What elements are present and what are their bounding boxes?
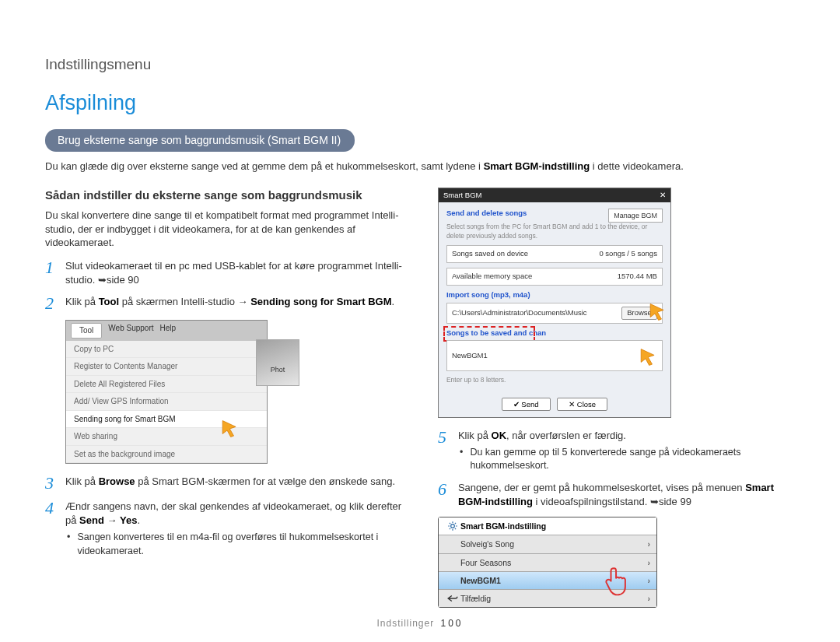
text: i videoafspilningstilstand. ➥side 99 (533, 496, 691, 507)
pointer-icon (219, 419, 239, 442)
dialog-titlebar: Smart BGM ✕ (439, 188, 670, 203)
intro-text: Du kan glæde dig over eksterne sange ved… (45, 160, 484, 172)
close-icon[interactable]: ✕ (660, 191, 666, 201)
dialog-info-row: Available memory space 1570.44 MB (446, 268, 663, 286)
chevron-right-icon: › (647, 575, 650, 586)
step-text: Klik på OK, når overførslen er færdig. •… (458, 429, 795, 473)
menu-item[interactable]: Delete All Registered Files (66, 376, 267, 394)
bullet: • Sangen konverteres til en m4a-fil og o… (65, 531, 410, 558)
page-footer: Indstillinger 100 (0, 617, 840, 630)
send-button[interactable]: ✔ Send (502, 398, 551, 411)
manage-bgm-button[interactable]: Manage BGM (608, 209, 663, 223)
intro-bold: Smart BGM-indstilling (484, 160, 590, 172)
text: , når overførslen er færdig. (506, 430, 626, 441)
text: → (104, 514, 120, 526)
bold: Tool (99, 296, 119, 307)
label: Close (577, 400, 596, 409)
step-number: 6 (438, 481, 450, 509)
dialog-info-row: Songs saved on device 0 songs / 5 songs (446, 245, 663, 263)
text: . (138, 514, 141, 526)
step-text: Klik på Tool på skærmen Intelli-studio →… (65, 295, 410, 312)
figure-smartbgm-dialog: Smart BGM ✕ Send and delete songs Manage… (438, 188, 671, 418)
step-3: 3 Klik på Browse på Smart BGM-skærmen fo… (45, 475, 410, 492)
step-number: 1 (45, 259, 58, 287)
label: Solveig's Song (460, 539, 514, 549)
bold: OK (492, 430, 507, 441)
bullet: • Du kan gemme op til 5 konverterede san… (458, 446, 795, 473)
bold: Browse (99, 475, 135, 487)
step-2: 2 Klik på Tool på skærmen Intelli-studio… (45, 295, 410, 312)
bullet-dot-icon: • (460, 446, 464, 473)
topic-pill: Brug eksterne sange som baggrundsmusik (… (45, 129, 355, 152)
menu-item[interactable]: Register to Contents Manager (66, 358, 267, 376)
text: på Smart BGM-skærmen for at vælge den øn… (135, 475, 396, 487)
value: 0 songs / 5 songs (599, 249, 656, 259)
cam-menu-title: Smart BGM-indstilling (460, 521, 546, 531)
hint-text: Enter up to 8 letters. (446, 376, 663, 384)
toolbar-item-help[interactable]: Help (160, 323, 177, 339)
page-number: 100 (441, 618, 464, 629)
bullet-dot-icon: • (67, 531, 71, 558)
pointer-icon (646, 302, 667, 325)
chevron-right-icon: › (647, 593, 650, 604)
figure-camcorder-menu: Smart BGM-indstilling Solveig's Song› Fo… (438, 517, 657, 608)
label: Tilfældig (460, 593, 491, 604)
footer-section: Indstillinger (376, 618, 434, 629)
toolbar-item-tool[interactable]: Tool (71, 323, 102, 339)
menu-item[interactable]: Copy to PC (66, 341, 267, 359)
step-number: 5 (438, 429, 450, 473)
step-1: 1 Slut videokameraet til en pc med USB-k… (45, 259, 410, 287)
cam-menu-header: Smart BGM-indstilling (439, 517, 656, 535)
toolbar-item-websupport[interactable]: Web Support (108, 323, 153, 339)
pointer-icon (637, 347, 657, 370)
back-icon[interactable] (445, 594, 460, 603)
label: NewBGM1 (460, 575, 501, 586)
label: Songs saved on device (452, 249, 528, 259)
photo-thumb: Phot (256, 339, 299, 386)
dialog-title: Smart BGM (443, 191, 482, 201)
highlight-box (443, 326, 535, 342)
value: 1570.44 MB (618, 272, 657, 282)
label: Available memory space (452, 272, 532, 282)
step-number: 3 (45, 475, 58, 492)
bold: Send (79, 514, 104, 526)
intro-paragraph: Du kan glæde dig over eksterne sange ved… (45, 160, 795, 174)
svg-point-0 (451, 524, 455, 528)
bullet-text: Du kan gemme op til 5 konverterede sange… (470, 446, 795, 473)
page-title: Afspilning (45, 89, 795, 117)
song-name-input[interactable]: NewBGM1 (452, 351, 488, 361)
subheading: Sådan indstiller du eksterne sange som b… (45, 188, 410, 203)
bold: Yes (120, 514, 137, 526)
chevron-right-icon: › (647, 539, 650, 549)
cam-menu-item[interactable]: Solveig's Song› (439, 535, 656, 553)
paragraph-1: Du skal konvertere dine sange til et kom… (45, 209, 410, 250)
close-button[interactable]: ✕ Close (557, 398, 607, 411)
menu-item[interactable]: Set as the background image (66, 446, 267, 464)
text: . (392, 296, 395, 307)
text: på skærmen Intelli-studio → (119, 296, 250, 307)
step-4: 4 Ændr sangens navn, der skal genkendes … (45, 500, 410, 558)
text: Sangene, der er gemt på hukommelseskorte… (458, 482, 745, 493)
label: Four Seasons (460, 557, 511, 568)
intro-text-post: i dette videokamera. (590, 160, 684, 172)
dialog-path-row: C:\Users\Administrator\Documents\Music B… (446, 303, 663, 324)
hand-pointer-icon (602, 564, 636, 599)
figure-tool-menu: Tool Web Support Help Copy to PC Registe… (65, 320, 268, 464)
menu-item[interactable]: Add/ View GPS Information (66, 393, 267, 411)
dialog-section-link: Import song (mp3, m4a) (446, 290, 663, 300)
bullet-text: Sangen konverteres til en m4a-fil og ove… (77, 531, 410, 558)
step-5: 5 Klik på OK, når overførslen er færdig.… (438, 429, 795, 473)
step-text: Sangene, der er gemt på hukommelseskorte… (458, 481, 795, 509)
step-number: 4 (45, 500, 58, 558)
breadcrumb: Indstillingsmenu (45, 54, 795, 75)
gear-icon (445, 521, 460, 531)
bold: Sending song for Smart BGM (250, 296, 391, 307)
dialog-subtext: Select songs from the PC for Smart BGM a… (446, 223, 663, 240)
step-text: Slut videokameraet til en pc med USB-kab… (65, 259, 410, 287)
dialog-name-row: NewBGM1 (446, 340, 663, 371)
step-text: Ændr sangens navn, der skal genkendes af… (65, 500, 410, 558)
label: Send (521, 400, 538, 409)
text: Klik på (65, 296, 99, 307)
text: Klik på (458, 430, 492, 441)
menu-toolbar: Tool Web Support Help (66, 321, 267, 341)
